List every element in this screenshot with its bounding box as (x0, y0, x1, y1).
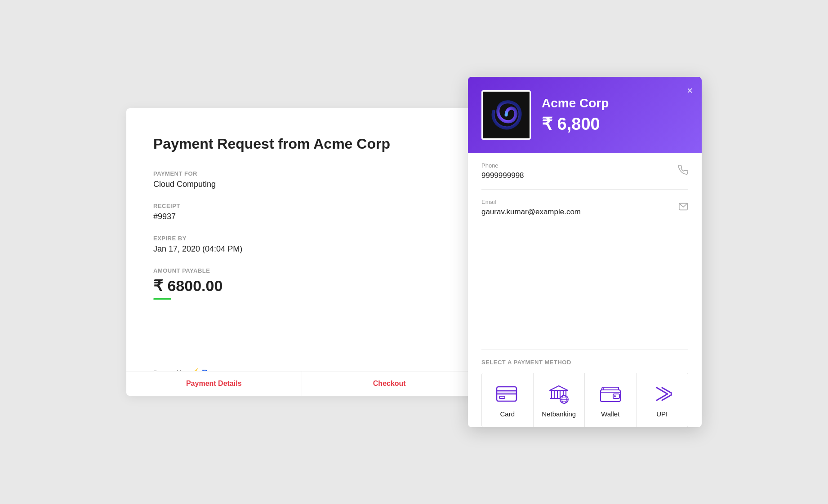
payment-method-upi[interactable]: UPI (637, 373, 688, 427)
netbanking-label: Netbanking (542, 410, 576, 418)
merchant-info: Acme Corp ₹ 6,800 (542, 96, 688, 134)
payment-for-value: Cloud Computing (153, 180, 450, 189)
payment-for-field: PAYMENT FOR Cloud Computing (153, 170, 450, 189)
wallet-label: Wallet (601, 410, 619, 418)
expire-by-label: EXPIRE BY (153, 235, 450, 242)
expire-by-value: Jan 17, 2020 (04:04 PM) (153, 244, 450, 254)
email-content: Email gaurav.kumar@example.com (481, 199, 673, 217)
amount-value: ₹ 6800.00 (153, 277, 450, 295)
email-field: Email gaurav.kumar@example.com (481, 190, 688, 225)
phone-value: 9999999998 (481, 171, 673, 180)
payment-method-section: SELECT A PAYMENT METHOD Card (468, 339, 702, 427)
merchant-logo-icon (488, 97, 524, 133)
merchant-logo (481, 90, 531, 140)
svg-point-18 (614, 395, 616, 397)
payment-method-wallet[interactable]: Wallet (585, 373, 637, 427)
checkout-panel: Acme Corp ₹ 6,800 × Phone 9999999998 (468, 77, 702, 427)
tab-checkout[interactable]: Checkout (302, 371, 477, 396)
svg-rect-7 (552, 390, 554, 398)
amount-underline (153, 298, 171, 300)
svg-rect-8 (557, 390, 560, 398)
checkout-header: Acme Corp ₹ 6,800 × (468, 77, 702, 153)
phone-label: Phone (481, 162, 673, 169)
bottom-tabs: Payment Details Checkout (126, 371, 477, 396)
payment-request-title: Payment Request from Acme Corp (153, 135, 450, 152)
payment-method-card[interactable]: Card (482, 373, 534, 427)
expire-by-field: EXPIRE BY Jan 17, 2020 (04:04 PM) (153, 235, 450, 254)
netbanking-icon (547, 384, 570, 404)
email-label: Email (481, 199, 673, 205)
upi-label: UPI (656, 410, 668, 418)
email-value: gaurav.kumar@example.com (481, 208, 673, 217)
tab-payment-details[interactable]: Payment Details (126, 371, 302, 396)
card-icon (496, 384, 519, 404)
amount-field: AMOUNT PAYABLE ₹ 6800.00 (153, 267, 450, 300)
email-icon (678, 202, 688, 214)
receipt-value: #9937 (153, 212, 450, 221)
payment-methods-grid: Card (481, 373, 688, 427)
receipt-field: RECEIPT #9937 (153, 203, 450, 221)
phone-icon (678, 165, 688, 177)
merchant-name: Acme Corp (542, 96, 688, 111)
card-label: Card (500, 410, 515, 418)
svg-marker-6 (550, 386, 568, 390)
amount-label: AMOUNT PAYABLE (153, 267, 450, 274)
svg-rect-16 (601, 390, 620, 402)
receipt-label: RECEIPT (153, 203, 450, 209)
phone-field: Phone 9999999998 (481, 153, 688, 190)
payment-method-heading: SELECT A PAYMENT METHOD (481, 349, 688, 366)
merchant-amount: ₹ 6,800 (542, 114, 688, 134)
svg-rect-5 (499, 396, 505, 398)
phone-content: Phone 9999999998 (481, 162, 673, 180)
payment-request-panel: Payment Request from Acme Corp PAYMENT F… (126, 108, 477, 396)
page-wrapper: Payment Request from Acme Corp PAYMENT F… (0, 0, 828, 504)
payment-method-netbanking[interactable]: Netbanking (534, 373, 585, 427)
upi-icon (650, 384, 674, 404)
checkout-form: Phone 9999999998 Email gaurav.kumar@exam… (468, 153, 702, 339)
wallet-icon (599, 384, 622, 404)
payment-for-label: PAYMENT FOR (153, 170, 450, 177)
close-button[interactable]: × (685, 84, 694, 97)
